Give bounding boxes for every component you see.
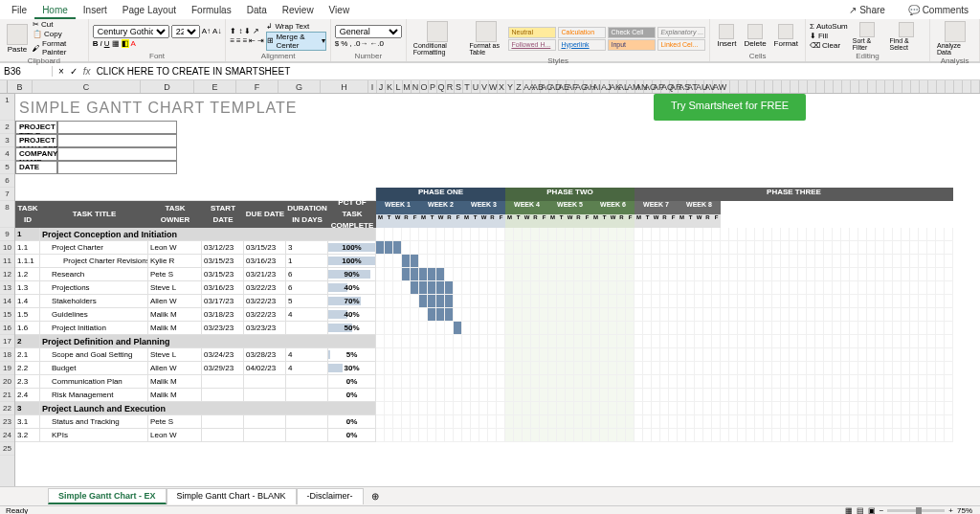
gantt-cell[interactable] (626, 241, 635, 255)
gantt-cell[interactable] (919, 389, 927, 402)
align-right-icon[interactable]: ≡ (243, 36, 248, 45)
gantt-cell[interactable] (824, 348, 833, 362)
gantt-cell[interactable] (462, 241, 471, 255)
gantt-cell[interactable] (764, 335, 772, 348)
gantt-cell[interactable] (566, 415, 574, 429)
gantt-cell[interactable] (488, 415, 497, 429)
gantt-cell[interactable] (497, 228, 505, 241)
gantt-cell[interactable] (497, 308, 505, 322)
gantt-cell[interactable] (781, 241, 790, 255)
gantt-cell[interactable] (729, 389, 738, 402)
gantt-cell[interactable] (411, 429, 419, 442)
gantt-cell[interactable] (841, 335, 850, 348)
gantt-cell[interactable] (385, 402, 393, 415)
gantt-cell[interactable] (781, 362, 790, 375)
gantt-cell[interactable] (523, 281, 531, 295)
col-header[interactable]: B (8, 80, 33, 93)
gantt-cell[interactable] (807, 308, 815, 322)
gantt-cell[interactable] (686, 415, 695, 429)
gantt-cell[interactable] (807, 389, 815, 402)
gantt-cell[interactable] (479, 322, 488, 335)
gantt-cell[interactable] (884, 228, 893, 241)
zoom-out-icon[interactable]: − (880, 506, 884, 514)
gantt-cell[interactable] (376, 415, 385, 429)
gantt-cell[interactable] (376, 268, 385, 281)
gantt-cell[interactable] (436, 255, 445, 268)
gantt-cell[interactable] (652, 362, 660, 375)
gantt-cell[interactable] (807, 402, 815, 415)
gantt-cell[interactable] (454, 255, 462, 268)
gantt-cell[interactable] (660, 308, 669, 322)
gantt-cell[interactable] (772, 281, 781, 295)
gantt-cell[interactable] (557, 322, 566, 335)
cell[interactable]: Scope and Goal Setting (40, 348, 148, 362)
gantt-cell[interactable] (798, 429, 807, 442)
gantt-cell[interactable] (531, 241, 540, 255)
gantt-cell[interactable] (643, 322, 652, 335)
gantt-cell[interactable] (772, 429, 781, 442)
gantt-cell[interactable] (557, 295, 566, 308)
gantt-cell[interactable] (419, 415, 428, 429)
gantt-cell[interactable] (798, 228, 807, 241)
gantt-cell[interactable] (609, 268, 617, 281)
gantt-cell[interactable] (583, 402, 591, 415)
gantt-cell[interactable] (488, 268, 497, 281)
gantt-cell[interactable] (652, 348, 660, 362)
gantt-cell[interactable] (781, 228, 790, 241)
gantt-cell[interactable] (781, 402, 790, 415)
cell[interactable]: 03/15/23 (244, 241, 286, 255)
gantt-cell[interactable] (479, 402, 488, 415)
gantt-cell[interactable] (454, 335, 462, 348)
gantt-cell[interactable] (548, 389, 557, 402)
gantt-cell[interactable] (617, 348, 626, 362)
cell[interactable]: 03/16/23 (244, 255, 286, 268)
gantt-cell[interactable] (686, 255, 695, 268)
gantt-cell[interactable] (729, 375, 738, 389)
gantt-cell[interactable] (523, 241, 531, 255)
cell[interactable]: KPIs (40, 429, 148, 442)
gantt-cell[interactable] (393, 268, 402, 281)
gantt-cell[interactable] (566, 348, 574, 362)
gantt-cell[interactable] (927, 389, 936, 402)
gantt-cell[interactable] (669, 402, 678, 415)
gantt-cell[interactable] (919, 308, 927, 322)
gantt-cell[interactable] (764, 241, 772, 255)
gantt-cell[interactable] (850, 255, 858, 268)
gantt-cell[interactable] (471, 335, 479, 348)
gantt-cell[interactable] (454, 295, 462, 308)
gantt-cell[interactable] (505, 322, 514, 335)
gantt-cell[interactable] (505, 241, 514, 255)
gantt-cell[interactable] (445, 308, 454, 322)
col-header[interactable]: W (489, 80, 498, 93)
gantt-cell[interactable] (402, 402, 411, 415)
gantt-cell[interactable] (471, 228, 479, 241)
merge-center-button[interactable]: ⊞ Merge & Center ▾ (266, 32, 325, 51)
gantt-cell[interactable] (514, 362, 523, 375)
gantt-cell[interactable] (945, 241, 953, 255)
gantt-cell[interactable] (945, 281, 953, 295)
gantt-cell[interactable] (858, 348, 867, 362)
gantt-cell[interactable] (695, 281, 703, 295)
gantt-cell[interactable] (686, 241, 695, 255)
gantt-cell[interactable] (815, 255, 824, 268)
gantt-cell[interactable] (454, 415, 462, 429)
format-as-table-button[interactable]: Format as Table (466, 20, 506, 56)
gantt-cell[interactable] (402, 268, 411, 281)
gantt-cell[interactable] (695, 362, 703, 375)
gantt-cell[interactable] (436, 241, 445, 255)
gantt-cell[interactable] (712, 281, 721, 295)
pct-complete-cell[interactable]: 50% (328, 322, 376, 335)
gantt-cell[interactable] (643, 375, 652, 389)
gantt-cell[interactable] (497, 389, 505, 402)
gantt-cell[interactable] (695, 335, 703, 348)
gantt-cell[interactable] (858, 429, 867, 442)
gantt-cell[interactable] (376, 375, 385, 389)
gantt-cell[interactable] (807, 415, 815, 429)
gantt-cell[interactable] (790, 335, 798, 348)
cell[interactable] (202, 429, 244, 442)
project-info-value[interactable] (57, 134, 177, 147)
gantt-cell[interactable] (488, 322, 497, 335)
gantt-cell[interactable] (462, 268, 471, 281)
gantt-cell[interactable] (824, 268, 833, 281)
gantt-cell[interactable] (945, 268, 953, 281)
